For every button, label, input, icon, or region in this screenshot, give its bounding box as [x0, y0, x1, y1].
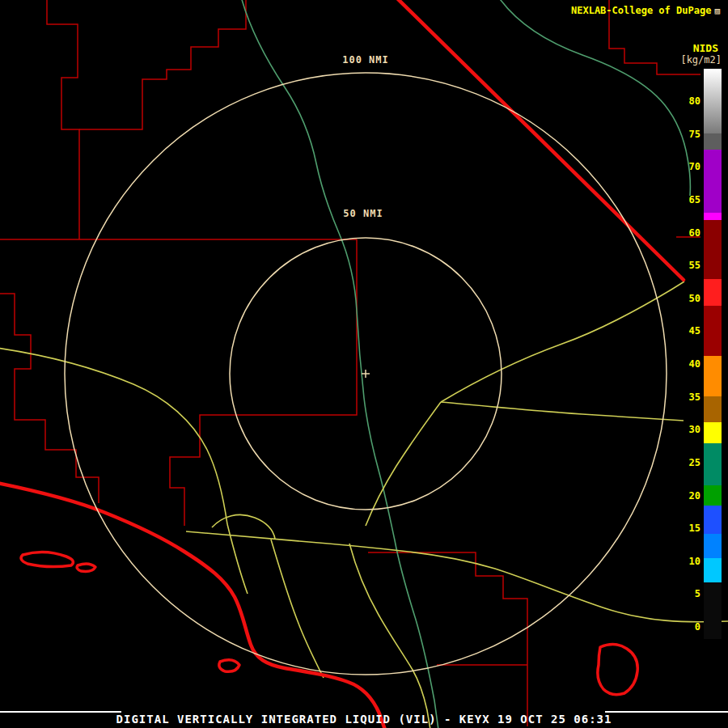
river-line: [241, 0, 438, 728]
product-title: DIGITAL VERTICALLY INTEGRATED LIQUID (VI…: [0, 713, 728, 726]
colorbar-segment: [704, 485, 722, 506]
colorbar-ticks: 80757065605550454035302520151050: [683, 0, 700, 728]
highway-line: [349, 544, 430, 728]
colorbar-tick-label: 65: [683, 193, 700, 206]
colorbar-segment: [704, 443, 722, 485]
colorbar-tick-label: 20: [683, 489, 700, 502]
colorbar-segment: [704, 396, 722, 422]
colorbar-segment: [704, 213, 722, 220]
highway-line: [271, 540, 324, 678]
county-line: [170, 239, 357, 526]
river-line: [498, 0, 690, 196]
colorbar-tick-label: 10: [683, 555, 700, 568]
radar-site-marker: [362, 370, 370, 378]
rivers: [241, 0, 690, 728]
colorbar-tick-label: 60: [683, 226, 700, 239]
radar-map: 100 NMI 50 NMI: [0, 0, 728, 728]
colorbar-segment: [704, 558, 722, 582]
colorbar-segment: [704, 356, 722, 396]
island-outline: [598, 644, 637, 694]
colorbar-segments: [704, 69, 722, 639]
cod-logo-icon: ▨: [714, 6, 720, 16]
colorbar-tick-label: 0: [683, 620, 700, 633]
island-outline: [77, 564, 95, 572]
county-line: [368, 552, 527, 726]
county-line: [47, 0, 79, 239]
range-ring-100-label: 100 NMI: [342, 54, 389, 66]
colorbar-segment: [704, 422, 722, 443]
colorbar-segment: [704, 69, 722, 133]
colorbar-tick-label: 5: [683, 587, 700, 600]
highway-line: [227, 524, 248, 594]
island-outlines: [21, 552, 637, 694]
highways: [0, 281, 728, 728]
radar-display: 100 NMI 50 NMI NEXLAB-College of DuPage▨…: [0, 0, 728, 728]
colorbar-tick-label: 30: [683, 423, 700, 436]
county-boundaries: [0, 0, 700, 726]
interstate-line: [0, 483, 385, 728]
colorbar-segment: [704, 133, 722, 150]
highway-line: [441, 281, 684, 402]
colorbar-tick-label: 80: [683, 95, 700, 108]
colorbar-segment: [704, 220, 722, 279]
highway-line: [212, 514, 275, 539]
highway-line: [186, 531, 728, 622]
colorbar-segment: [704, 582, 722, 639]
range-ring-50-label: 50 NMI: [343, 208, 383, 219]
colorbar-tick-label: 70: [683, 160, 700, 173]
colorbar-tick-label: 15: [683, 522, 700, 535]
colorbar-tick-label: 25: [683, 456, 700, 469]
colorbar-segment: [704, 506, 722, 534]
island-outline: [219, 660, 239, 672]
colorbar-segment: [704, 534, 722, 558]
highway-line: [441, 402, 684, 421]
colorbar-tick-label: 50: [683, 292, 700, 305]
colorbar: [704, 69, 722, 639]
colorbar-segment: [704, 150, 722, 213]
island-outline: [21, 552, 73, 566]
county-line: [0, 294, 99, 503]
interstates: [0, 0, 684, 728]
colorbar-segment: [704, 279, 722, 306]
colorbar-tick-label: 35: [683, 391, 700, 404]
colorbar-tick-label: 40: [683, 358, 700, 370]
interstate-line: [396, 0, 684, 280]
colorbar-tick-label: 45: [683, 324, 700, 337]
highway-line: [0, 348, 227, 524]
colorbar-tick-label: 55: [683, 259, 700, 272]
colorbar-tick-label: 75: [683, 128, 700, 141]
colorbar-segment: [704, 306, 722, 356]
